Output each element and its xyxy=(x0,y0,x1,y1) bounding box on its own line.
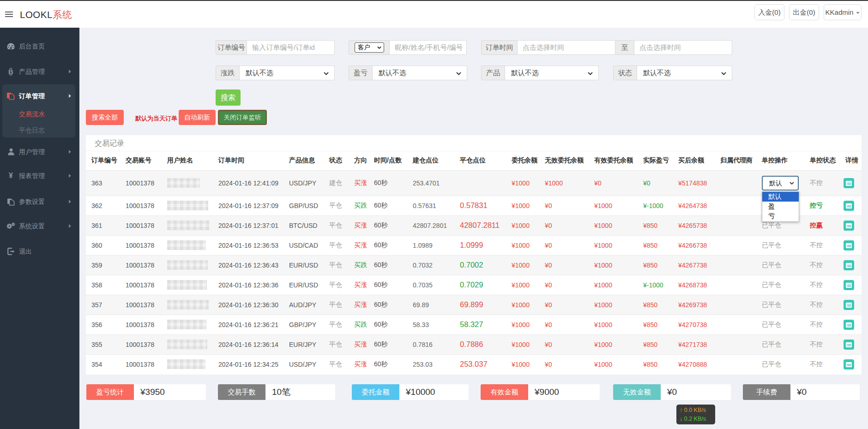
svg-text:B: B xyxy=(8,68,13,76)
